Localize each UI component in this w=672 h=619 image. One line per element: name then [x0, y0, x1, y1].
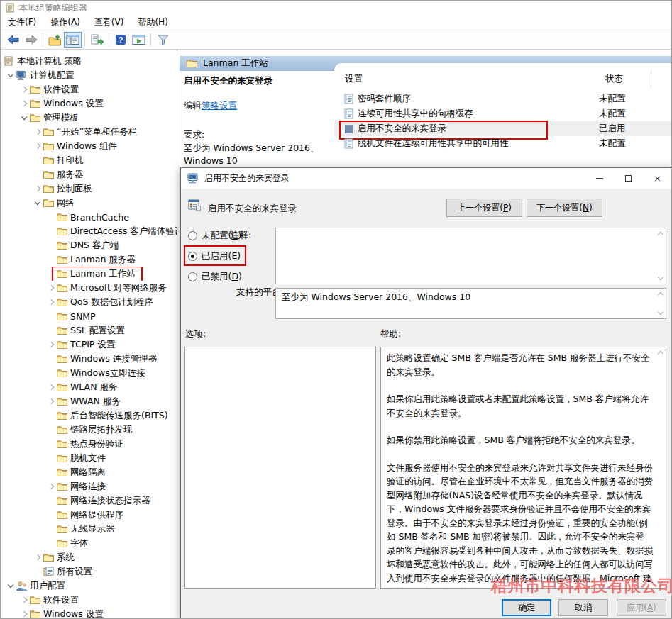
tree-item[interactable]: Windows 组件: [1, 139, 177, 153]
export-list-icon[interactable]: [88, 32, 106, 48]
tree-item[interactable]: Windows 设置: [1, 607, 177, 618]
chevron-icon[interactable]: [46, 311, 56, 321]
tree-item[interactable]: 所有设置: [1, 564, 177, 579]
new-window-icon[interactable]: [130, 32, 148, 48]
tree-item[interactable]: 用户配置: [1, 579, 177, 593]
filter-icon[interactable]: [154, 32, 172, 48]
scroll-up-icon[interactable]: [657, 230, 663, 237]
chevron-icon[interactable]: [46, 396, 56, 406]
folder-up-icon[interactable]: [46, 32, 64, 48]
radio-circle-icon[interactable]: [188, 231, 197, 240]
chevron-icon[interactable]: [19, 99, 29, 108]
previous-setting-button[interactable]: 上一个设置(P): [446, 199, 522, 217]
help-panel[interactable]: 此策略设置确定 SMB 客户端是否允许在 SMB 服务器上进行不安全的来宾登录。…: [380, 347, 666, 589]
chevron-icon[interactable]: [46, 524, 56, 534]
ok-button[interactable]: 确定: [502, 599, 551, 616]
apply-button[interactable]: 应用(A): [617, 599, 666, 616]
next-setting-button[interactable]: 下一个设置(N): [527, 199, 602, 217]
supported-on-textarea[interactable]: 至少为 Windows Server 2016、Windows 10: [275, 288, 666, 319]
menu-item[interactable]: 查看(V): [87, 14, 131, 30]
chevron-icon[interactable]: [19, 84, 29, 94]
tree-item[interactable]: 后台智能传送服务(BITS): [1, 408, 177, 423]
radio-circle-icon[interactable]: [188, 272, 197, 281]
tree-item[interactable]: Microsoft 对等网络服务: [1, 281, 177, 295]
radio-circle-icon[interactable]: [188, 252, 197, 261]
settings-row[interactable]: 脱机文件在连续可用性共享中的可用性 未配置: [334, 136, 671, 151]
chevron-icon[interactable]: [19, 609, 29, 618]
tree-item[interactable]: 网络连接: [1, 479, 177, 493]
chevron-icon[interactable]: [46, 269, 56, 279]
tree-item[interactable]: 打印机: [1, 153, 177, 167]
chevron-icon[interactable]: [46, 481, 56, 491]
tree-item[interactable]: 链路层拓扑发现: [1, 423, 177, 437]
tree-item[interactable]: 网络隔离: [1, 465, 177, 479]
tree-item[interactable]: SNMP: [1, 309, 177, 323]
column-divider[interactable]: [651, 70, 651, 87]
column-header-setting[interactable]: 设置: [345, 73, 363, 85]
settings-row[interactable]: 密码套件顺序 未配置: [334, 91, 671, 106]
scroll-down-icon[interactable]: [657, 310, 663, 316]
tree-item[interactable]: DirectAccess 客户端体验设置: [1, 224, 177, 238]
tree-item[interactable]: QoS 数据包计划程序: [1, 295, 177, 309]
tree-item[interactable]: 系统: [1, 550, 177, 564]
chevron-icon[interactable]: [46, 297, 56, 307]
chevron-icon[interactable]: [6, 70, 16, 80]
tree-item[interactable]: Lanman 工作站: [1, 267, 177, 281]
scroll-up-icon[interactable]: [657, 350, 663, 356]
tree-item[interactable]: WLAN 服务: [1, 380, 177, 394]
show-console-tree-icon[interactable]: [64, 32, 82, 48]
tree-item[interactable]: Windows 设置: [1, 96, 177, 111]
tree-item[interactable]: “开始”菜单和任务栏: [1, 125, 177, 139]
options-panel[interactable]: [184, 347, 376, 589]
help-icon[interactable]: ?: [112, 32, 130, 48]
maximize-button[interactable]: [614, 168, 643, 189]
comment-textarea[interactable]: [275, 228, 666, 284]
tree-item[interactable]: 服务器: [1, 167, 177, 182]
chevron-icon[interactable]: [46, 368, 56, 378]
tree-item[interactable]: 脱机文件: [1, 451, 177, 465]
tree-item[interactable]: WWAN 服务: [1, 394, 177, 408]
tree-item[interactable]: 计算机配置: [1, 68, 177, 82]
chevron-icon[interactable]: [46, 340, 56, 350]
chevron-icon[interactable]: [46, 283, 56, 293]
menu-item[interactable]: 帮助(H): [131, 14, 175, 30]
chevron-icon[interactable]: [46, 382, 56, 392]
chevron-icon[interactable]: [19, 113, 29, 123]
chevron-icon[interactable]: [46, 453, 56, 463]
chevron-icon[interactable]: [46, 467, 56, 477]
tree-item[interactable]: 管理模板: [1, 111, 177, 125]
back-arrow-icon[interactable]: [4, 32, 22, 48]
chevron-icon[interactable]: [33, 127, 43, 137]
chevron-icon[interactable]: [1, 56, 3, 66]
tree-item[interactable]: 网络连接状态指示器: [1, 493, 177, 508]
chevron-icon[interactable]: [6, 581, 16, 591]
tree-item[interactable]: 控制面板: [1, 182, 177, 196]
chevron-icon[interactable]: [33, 141, 43, 151]
settings-row[interactable]: 连续可用性共享中的句柄缓存 未配置: [334, 106, 671, 121]
tree-item[interactable]: 网络: [1, 196, 177, 210]
chevron-icon[interactable]: [33, 552, 43, 562]
radio-option[interactable]: 已启用(E): [188, 250, 242, 262]
tree-item[interactable]: 软件设置: [1, 82, 177, 96]
tree-item[interactable]: 字体: [1, 536, 177, 550]
chevron-icon[interactable]: [33, 198, 43, 208]
dialog-titlebar[interactable]: 启用不安全的来宾登录 ×: [181, 168, 672, 189]
close-button[interactable]: ×: [643, 168, 672, 189]
scroll-down-icon[interactable]: [657, 579, 663, 586]
chevron-icon[interactable]: [46, 325, 56, 335]
chevron-icon[interactable]: [46, 240, 56, 250]
chevron-icon[interactable]: [46, 354, 56, 364]
chevron-icon[interactable]: [33, 184, 43, 194]
tree-item[interactable]: SSL 配置设置: [1, 323, 177, 338]
chevron-icon[interactable]: [46, 226, 56, 236]
chevron-icon[interactable]: [46, 425, 56, 435]
tree-item[interactable]: 软件设置: [1, 593, 177, 607]
chevron-icon[interactable]: [46, 538, 56, 548]
tree-item[interactable]: Windows 连接管理器: [1, 352, 177, 366]
chevron-icon[interactable]: [46, 439, 56, 449]
chevron-icon[interactable]: [46, 496, 56, 506]
chevron-icon[interactable]: [46, 212, 56, 222]
tree-item[interactable]: 热点身份验证: [1, 437, 177, 451]
chevron-icon[interactable]: [33, 169, 43, 179]
tree-item[interactable]: 本地计算机 策略: [1, 54, 177, 68]
